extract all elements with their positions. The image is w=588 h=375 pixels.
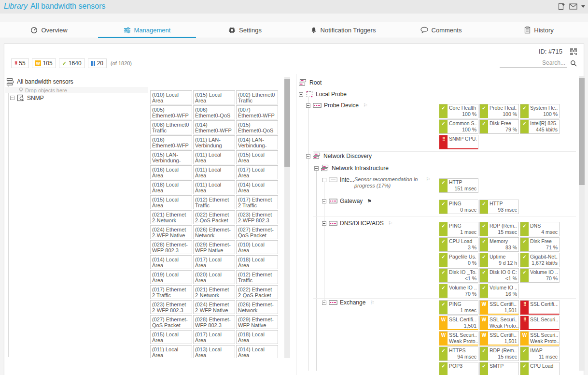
library-root-node[interactable]: All bandwidth sensors [6, 78, 73, 86]
qr-code-icon[interactable] [570, 48, 577, 55]
left-scrollbar[interactable] [284, 77, 290, 358]
sensor-tile[interactable]: !!SNMP CPU... [439, 135, 478, 149]
library-sensor-item[interactable]: (002) Ethernet0 Traffic [236, 90, 278, 104]
library-sensor-item[interactable]: (017) Local Area [193, 330, 235, 344]
collapse-toggle[interactable] [322, 301, 326, 305]
flag-icon[interactable]: ⚐ [388, 220, 393, 227]
library-sensor-item[interactable]: (018) Local Area [236, 255, 278, 269]
device-tree-node-exchange[interactable]: Exchange⚐ [322, 299, 375, 306]
collapse-toggle[interactable] [306, 103, 310, 108]
sensor-tile[interactable]: ✓SMTP [479, 362, 519, 375]
library-sensor-item[interactable]: (028) Ethernet-WFP 802.3 [193, 315, 235, 329]
library-sensor-item[interactable]: (015) Local Area [236, 150, 278, 164]
device-tree-node-network-infrastructure[interactable]: Network Infrastructure [314, 164, 389, 172]
tab-settings[interactable]: Settings [196, 22, 294, 38]
library-sensor-item[interactable]: (024) Ethernet 2-WFP Native [150, 225, 192, 239]
library-sensor-item[interactable]: (022) Ethernet 2-QoS Packet [193, 210, 235, 224]
library-sensor-item[interactable]: (029) Ethernet-WFP Native [193, 240, 235, 254]
library-sensor-item[interactable]: (017) Ethernet 2 Traffic [236, 195, 278, 209]
tab-comments[interactable]: Comments [392, 22, 490, 38]
collapse-toggle[interactable] [299, 92, 303, 97]
collapse-toggle[interactable] [322, 221, 326, 226]
library-sensor-item[interactable]: (014) Ethernet0-WFP Native [193, 120, 235, 134]
library-sensor-item[interactable]: (015) LAN-Verbindung- [150, 150, 192, 164]
library-sensor-item[interactable]: (026) Ethernet-Network [193, 225, 235, 239]
sensor-tile[interactable]: ✓Volume IO ...16 % [479, 284, 519, 298]
tab-history[interactable]: History [490, 22, 588, 38]
sensor-tile[interactable]: ✓Core Health100 % [439, 104, 478, 118]
sensor-tile[interactable]: ✓CPU Load [520, 362, 560, 375]
sensor-tile[interactable]: ✓PING0 msec [439, 200, 478, 214]
sensor-tile[interactable]: ✓DNS4 msec [520, 222, 560, 236]
device-tree-node-gateway[interactable]: Gateway⚑ [322, 198, 372, 204]
flag-icon[interactable]: ⚐ [426, 176, 431, 183]
library-sensor-item[interactable]: (027) Ethernet-QoS Packet [150, 315, 192, 329]
sensor-tile[interactable]: ✓IMAP11 msec [520, 346, 560, 361]
sensor-tile[interactable]: ✓RDP (Rem...15 msec [479, 346, 519, 361]
sensor-tile[interactable]: ✓HTTPS94 msec [439, 346, 478, 361]
drop-target[interactable]: Drop objects here [5, 87, 148, 93]
library-sensor-item[interactable]: (021) Ethernet 2-Network [150, 210, 192, 224]
flag-icon[interactable]: ⚐ [363, 102, 368, 109]
status-badge-warning[interactable]: W105 [32, 58, 56, 68]
device-tree-node-root[interactable]: Root [299, 79, 322, 87]
device-tree-node-network-discovery[interactable]: Network Discovery [306, 152, 372, 160]
library-sensor-item[interactable]: (017) Ethernet 2 Traffic [150, 285, 192, 299]
library-sensor-item[interactable]: (010) Local Area [236, 240, 278, 254]
right-scrollbar[interactable] [579, 76, 585, 371]
library-sensor-item[interactable]: (005) Ethernet0-WFP Native [150, 105, 192, 119]
sensor-tile[interactable]: ✓Probe Heal...100 % [479, 104, 519, 118]
sensor-tile[interactable]: ✓PING1 msec [439, 222, 478, 236]
sensor-tile[interactable]: ✓Intel[R] 825...445 kbit/s [520, 119, 560, 134]
library-sensor-item[interactable]: (014) LAN-Verbindung-QoS [236, 135, 278, 149]
library-sensor-item[interactable]: (007) Ethernet0-WFP 802.3 [236, 105, 278, 119]
sensor-tile[interactable]: WSSL Securi...Weak Proto... [479, 316, 519, 330]
sensor-tile[interactable]: ✓RDP (Rem...15 msec [479, 222, 519, 236]
sensor-tile[interactable]: WSSL Securi...Weak Proto... [439, 331, 478, 346]
library-sensor-item[interactable]: (010) Local Area [150, 90, 192, 104]
search-input[interactable] [500, 58, 567, 68]
collapse-toggle[interactable] [322, 178, 326, 182]
sensor-tile[interactable]: ✓Volume IO ...70 % [520, 268, 560, 283]
sensor-tile[interactable]: ✓Disk Free71 % [520, 237, 560, 252]
library-sensor-item[interactable]: (011) Local Area [193, 150, 235, 164]
left-scrollbar-thumb[interactable] [284, 79, 290, 167]
library-sensor-item[interactable]: (023) Ethernet 2-WFP 802.3 [236, 210, 278, 224]
library-sensor-item[interactable]: (016) Ethernet0-WFP 802.3 [150, 135, 192, 149]
mail-icon[interactable] [569, 3, 577, 10]
library-sensor-item[interactable]: (012) Ethernet Traffic [193, 195, 235, 209]
library-sensor-item[interactable]: (014) Local Area [236, 345, 278, 358]
library-sensor-item[interactable]: (026) Ethernet-Network [236, 300, 278, 314]
sensor-tile[interactable]: ✓PING1 msec [439, 300, 478, 315]
library-sensor-item[interactable]: (023) Ethernet 2-WFP 802.3 [150, 300, 192, 314]
sensor-tile[interactable]: ✓Volume IO ...70 % [439, 284, 478, 298]
library-sensor-item[interactable]: (012) Ethernet Traffic [236, 270, 278, 284]
library-sensor-item[interactable]: (011) Local Area [150, 345, 192, 358]
new-object-icon[interactable] [558, 2, 565, 10]
library-sensor-item[interactable]: (018) Local Area [150, 180, 192, 194]
flag-icon[interactable]: ⚐ [370, 300, 375, 306]
device-tree-node-inte-[interactable]: Inte... [322, 176, 354, 183]
library-sensor-item[interactable]: (011) Local Area [193, 180, 235, 194]
status-badge-paused[interactable]: 20 [88, 58, 107, 68]
device-tree-node-local-probe[interactable]: Local Probe [299, 90, 347, 98]
sensor-tile[interactable]: WSSL Certifi...1,501 [479, 300, 519, 315]
sensor-tile[interactable]: ✓Uptime9 d 12 h [479, 253, 519, 267]
sensor-tile[interactable]: ✓Disk IO 0 C:<1 % [479, 268, 519, 283]
library-sensor-item[interactable]: (014) Local Area [236, 180, 278, 194]
sensor-tile[interactable]: ✓Gigabit-Net...1,672 kbit/s [520, 253, 560, 267]
status-badge-error[interactable]: !!55 [11, 58, 29, 68]
tab-management[interactable]: Management [98, 22, 196, 38]
sensor-tile[interactable]: WSSL Securi...Weak Proto... [520, 331, 560, 346]
library-sensor-item[interactable]: (017) Local Area [193, 255, 235, 269]
flag-icon[interactable]: ⚑ [367, 198, 372, 204]
library-sensor-item[interactable]: (028) Ethernet-WFP 802.3 [150, 240, 192, 254]
chevron-down-icon[interactable] [581, 5, 585, 8]
library-sensor-item[interactable]: (020) Local Area [193, 270, 235, 284]
library-sensor-item[interactable]: (013) Local Area [193, 345, 235, 358]
sensor-tile[interactable]: ✓Common S...100 % [439, 119, 478, 134]
library-sensor-item[interactable]: (022) Ethernet 2-QoS Packet [236, 285, 278, 299]
library-sensor-item[interactable]: (024) Ethernet 2-WFP Native [193, 300, 235, 314]
sensor-tile[interactable]: ✓Disk IO _To...<1 % [439, 268, 478, 283]
collapse-toggle[interactable] [306, 154, 310, 159]
